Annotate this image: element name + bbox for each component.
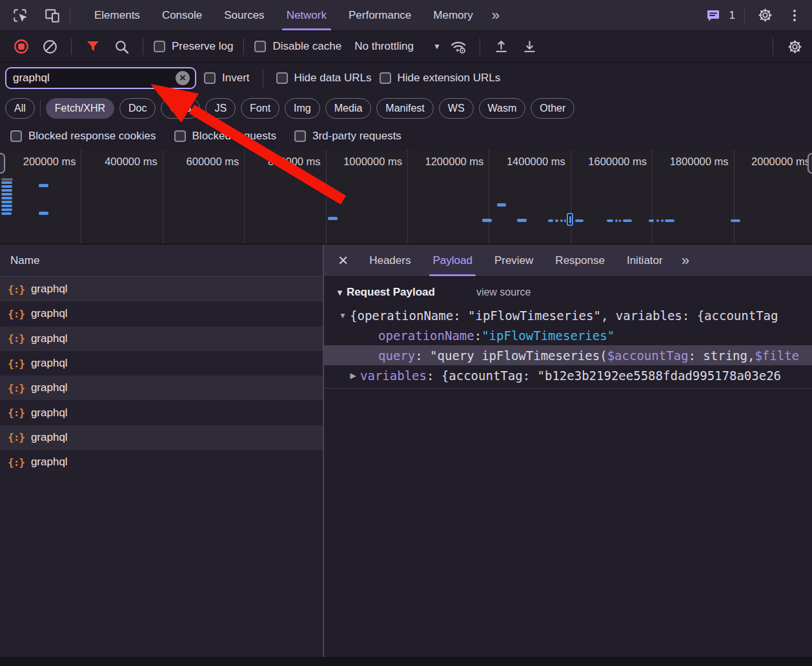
waterfall-bar[interactable]	[1, 193, 12, 196]
waterfall-bar[interactable]	[517, 219, 527, 222]
import-har-icon[interactable]	[491, 35, 513, 57]
filter-chip-wasm[interactable]: Wasm	[479, 98, 526, 119]
clear-filter-icon[interactable]: ×	[176, 71, 190, 85]
table-row[interactable]: {:}graphql	[0, 301, 323, 326]
waterfall-bar[interactable]	[575, 219, 584, 222]
waterfall-bar[interactable]	[548, 219, 553, 222]
filter-chip-font[interactable]: Font	[241, 98, 279, 119]
payload-tree-row[interactable]: query: "query ipFlowTimeseries($accountT…	[324, 345, 812, 365]
waterfall-bar[interactable]	[649, 219, 654, 222]
blocked-requests-checkbox[interactable]: Blocked requests	[174, 130, 276, 143]
waterfall-bar[interactable]	[1, 201, 12, 203]
payload-tree-row[interactable]: ▶variables: {accountTag: "b12e3b2192ee55…	[324, 365, 812, 385]
waterfall-bar[interactable]	[1, 181, 12, 184]
hide-extension-urls-checkbox[interactable]: Hide extension URLs	[380, 72, 501, 85]
tab-initiator[interactable]: Initiator	[616, 245, 674, 276]
waterfall-bar[interactable]	[39, 212, 48, 215]
filter-chip-all[interactable]: All	[5, 98, 35, 119]
waterfall-bar[interactable]	[328, 217, 338, 220]
waterfall-selected-marker[interactable]	[567, 213, 573, 226]
filter-chip-ws[interactable]: WS	[439, 98, 474, 119]
invert-checkbox[interactable]: Invert	[204, 72, 250, 85]
network-overview-timeline[interactable]: 200000 ms400000 ms600000 ms800000 ms1000…	[0, 150, 812, 245]
inspect-element-icon[interactable]	[9, 5, 31, 26]
clear-network-log-icon[interactable]	[39, 35, 61, 57]
network-conditions-icon[interactable]	[447, 35, 469, 57]
waterfall-bar[interactable]	[665, 219, 675, 222]
table-row[interactable]: {:}graphql	[0, 400, 323, 425]
preserve-log-checkbox[interactable]: Preserve log	[154, 40, 233, 53]
twisty-icon[interactable]: ▶	[347, 371, 359, 380]
payload-tree-row[interactable]: operationName: "ipFlowTimeseries"	[324, 325, 812, 345]
disable-cache-checkbox[interactable]: Disable cache	[254, 40, 341, 53]
tab-headers[interactable]: Headers	[358, 245, 421, 276]
waterfall-bar[interactable]	[731, 219, 740, 222]
table-row[interactable]: {:}graphql	[0, 351, 323, 376]
waterfall-bar[interactable]	[619, 219, 621, 222]
export-har-icon[interactable]	[519, 35, 541, 57]
filter-chip-img[interactable]: Img	[285, 98, 320, 119]
waterfall-bar[interactable]	[661, 219, 664, 222]
waterfall-bar[interactable]	[1, 189, 12, 192]
issues-icon[interactable]	[702, 5, 724, 26]
filter-chip-media[interactable]: Media	[325, 98, 372, 119]
table-row[interactable]: {:}graphql	[0, 425, 323, 450]
twisty-icon[interactable]: ▼	[337, 311, 349, 320]
tab-console[interactable]: Console	[151, 0, 213, 30]
waterfall-bar[interactable]	[39, 184, 48, 187]
tab-payload[interactable]: Payload	[421, 245, 483, 276]
blocked-response-cookies-checkbox[interactable]: Blocked response cookies	[10, 130, 156, 143]
request-payload-twisty-icon[interactable]: ▼	[336, 288, 344, 298]
waterfall-bar[interactable]	[1, 178, 13, 181]
waterfall-bar[interactable]	[497, 203, 506, 207]
tab-sources[interactable]: Sources	[213, 0, 275, 30]
filter-chip-js[interactable]: JS	[205, 98, 236, 119]
table-row[interactable]: {:}graphql	[0, 277, 323, 301]
waterfall-bar[interactable]	[1, 212, 12, 215]
more-tabs-icon[interactable]: »	[484, 0, 507, 30]
settings-gear-icon[interactable]	[754, 5, 776, 26]
tab-performance[interactable]: Performance	[338, 0, 422, 30]
search-icon[interactable]	[110, 35, 132, 57]
waterfall-bar[interactable]	[560, 219, 563, 222]
waterfall-bar[interactable]	[1, 208, 12, 211]
timeline-scroll-handle-right[interactable]	[807, 153, 812, 174]
tab-memory[interactable]: Memory	[422, 0, 483, 30]
details-more-tabs-icon[interactable]: »	[674, 245, 697, 276]
waterfall-bar[interactable]	[607, 219, 613, 222]
waterfall-bar[interactable]	[615, 219, 618, 222]
table-row[interactable]: {:}graphql	[0, 450, 323, 471]
kebab-menu-icon[interactable]	[785, 10, 804, 21]
view-source-link[interactable]: view source	[476, 287, 531, 298]
waterfall-bar[interactable]	[623, 219, 632, 222]
hide-data-urls-checkbox[interactable]: Hide data URLs	[276, 72, 372, 85]
filter-chip-other[interactable]: Other	[531, 98, 574, 119]
timeline-scroll-handle-left[interactable]	[0, 153, 5, 174]
tab-network[interactable]: Network	[276, 0, 338, 30]
filter-input[interactable]	[13, 72, 176, 85]
waterfall-bar[interactable]	[1, 205, 12, 207]
throttling-dropdown[interactable]: No throttling ▼	[354, 40, 441, 53]
filter-chip-css[interactable]: CSS	[161, 98, 200, 119]
network-settings-gear-icon[interactable]	[784, 35, 806, 57]
tab-preview[interactable]: Preview	[483, 245, 544, 276]
tab-elements[interactable]: Elements	[83, 0, 151, 30]
filter-funnel-icon[interactable]	[82, 35, 104, 57]
device-toolbar-icon[interactable]	[41, 5, 63, 26]
filter-chip-fetchxhr[interactable]: Fetch/XHR	[46, 98, 114, 119]
waterfall-bar[interactable]	[482, 219, 492, 222]
name-column-header[interactable]: Name	[0, 245, 323, 277]
waterfall-bar[interactable]	[656, 219, 659, 222]
table-row[interactable]: {:}graphql	[0, 327, 323, 351]
close-details-icon[interactable]: ×	[328, 245, 358, 276]
record-network-log-icon[interactable]	[10, 35, 32, 57]
waterfall-bar[interactable]	[1, 197, 12, 199]
-rd-party-requests-checkbox[interactable]: 3rd-party requests	[294, 130, 401, 143]
payload-tree-row[interactable]: ▼{operationName: "ipFlowTimeseries", var…	[324, 305, 812, 325]
table-row[interactable]: {:}graphql	[0, 376, 323, 400]
tab-response[interactable]: Response	[544, 245, 616, 276]
filter-chip-manifest[interactable]: Manifest	[376, 98, 433, 119]
filter-chip-doc[interactable]: Doc	[119, 98, 156, 119]
waterfall-bar[interactable]	[555, 219, 558, 222]
waterfall-bar[interactable]	[1, 185, 12, 188]
